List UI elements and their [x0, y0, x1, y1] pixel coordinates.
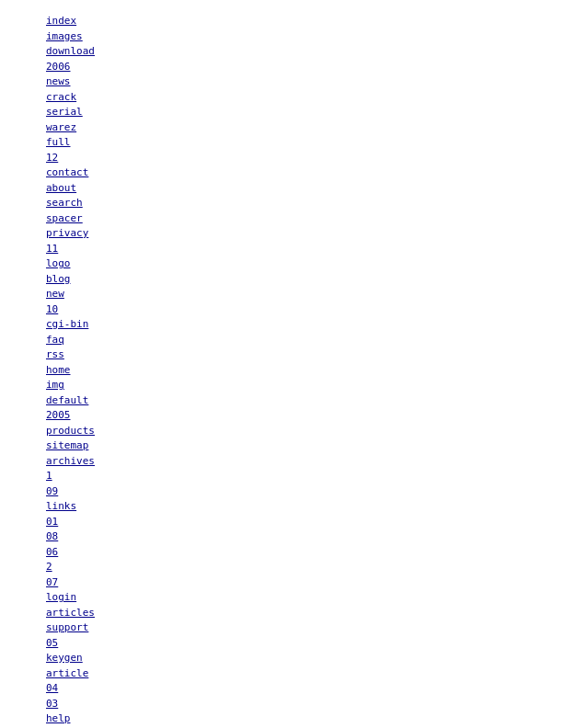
- list-item[interactable]: news: [46, 74, 517, 90]
- list-item[interactable]: crack: [46, 90, 517, 106]
- list-item[interactable]: full: [46, 135, 517, 151]
- list-item[interactable]: 09: [46, 484, 517, 500]
- list-item[interactable]: products: [46, 424, 517, 439]
- list-item[interactable]: archives: [46, 454, 517, 470]
- list-item[interactable]: 12: [46, 151, 517, 166]
- list-item[interactable]: cgi-bin: [46, 317, 517, 333]
- list-item[interactable]: login: [46, 590, 517, 606]
- list-item[interactable]: 03: [46, 697, 517, 712]
- list-item[interactable]: img: [46, 378, 517, 393]
- list-item[interactable]: links: [46, 499, 517, 515]
- list-item[interactable]: 11: [46, 242, 517, 257]
- list-item[interactable]: 2006: [46, 60, 517, 75]
- list-item[interactable]: about: [46, 181, 517, 197]
- list-item[interactable]: images: [46, 29, 517, 45]
- list-item[interactable]: warez: [46, 120, 517, 136]
- list-item[interactable]: blog: [46, 272, 517, 288]
- list-item[interactable]: home: [46, 363, 517, 379]
- list-item[interactable]: article: [46, 666, 517, 682]
- list-item[interactable]: default: [46, 393, 517, 409]
- list-item[interactable]: keygen: [46, 651, 517, 666]
- list-item[interactable]: help: [46, 711, 517, 727]
- list-item[interactable]: spacer: [46, 211, 517, 227]
- list-item[interactable]: download: [46, 44, 517, 60]
- list-item[interactable]: 06: [46, 545, 517, 561]
- list-item[interactable]: 01: [46, 515, 517, 530]
- list-item[interactable]: 10: [46, 302, 517, 318]
- list-item[interactable]: 05: [46, 636, 517, 652]
- list-item[interactable]: articles: [46, 606, 517, 621]
- list-item[interactable]: sitemap: [46, 438, 517, 454]
- list-item[interactable]: 08: [46, 529, 517, 545]
- list-item[interactable]: new: [46, 287, 517, 302]
- list-item[interactable]: support: [46, 620, 517, 636]
- list-item[interactable]: serial: [46, 105, 517, 120]
- list-item[interactable]: contact: [46, 165, 517, 181]
- list-item[interactable]: 2005: [46, 408, 517, 424]
- list-item[interactable]: logo: [46, 256, 517, 272]
- list-item[interactable]: 04: [46, 681, 517, 697]
- list-item[interactable]: faq: [46, 333, 517, 348]
- list-item[interactable]: index: [46, 14, 517, 29]
- list-item[interactable]: privacy: [46, 226, 517, 242]
- list-item[interactable]: search: [46, 196, 517, 211]
- list-item[interactable]: 1: [46, 469, 517, 484]
- list-item[interactable]: 07: [46, 575, 517, 591]
- list-item[interactable]: rss: [46, 347, 517, 363]
- list-item[interactable]: 2: [46, 560, 517, 575]
- link-list: indeximagesdownload2006newscrackserialwa…: [46, 9, 517, 728]
